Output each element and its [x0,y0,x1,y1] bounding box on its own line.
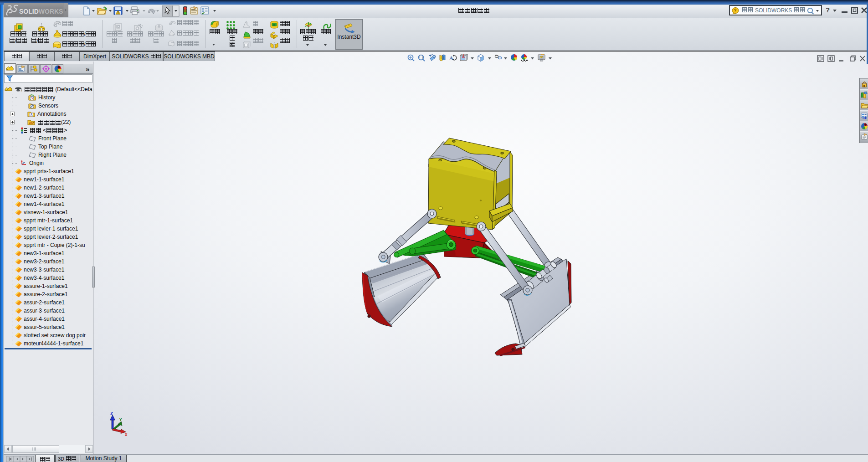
svg-text:SOLIDWORKS: SOLIDWORKS [19,8,63,15]
svg-text:cd: cd [272,23,275,26]
svg-text:A: A [30,113,33,117]
svg-text:X: X [125,433,128,437]
svg-text:?: ? [734,8,737,13]
svg-text:Y: Y [119,418,122,422]
svg-text:A: A [449,55,453,62]
svg-text:Z: Z [110,411,113,416]
